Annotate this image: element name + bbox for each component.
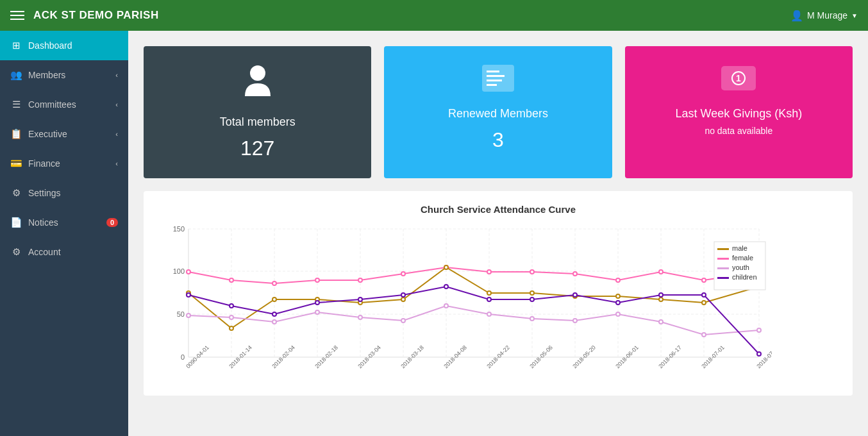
total-members-label: Total members [220,115,296,129]
app-title: ACK ST DEMO PARISH [33,9,159,22]
svg-point-82 [573,319,577,323]
total-members-value: 127 [240,137,274,160]
sidebar-label-executive: Executive [28,129,67,139]
svg-point-73 [187,314,190,317]
sidebar-item-committees[interactable]: ☰ Committees ‹ [0,90,128,119]
svg-point-76 [315,310,319,314]
svg-point-52 [487,270,491,274]
svg-point-60 [230,326,233,330]
svg-point-77 [358,315,362,319]
sidebar-item-settings[interactable]: ⚙ Settings [0,178,128,208]
money-icon: 1 [721,64,756,99]
user-menu[interactable]: 👤 M Murage ▼ [790,10,858,22]
svg-rect-102 [717,248,729,250]
svg-point-92 [401,293,405,297]
sidebar-item-account[interactable]: ⚙ Account [0,237,128,267]
card-givings: 1 Last Week Givings (Ksh) no data availa… [625,46,853,178]
svg-rect-3 [487,75,505,77]
svg-point-96 [573,293,577,297]
svg-text:0: 0 [181,353,185,361]
svg-point-86 [757,328,761,332]
sidebar-label-members: Members [28,70,65,80]
svg-point-88 [230,304,233,308]
sidebar-item-executive[interactable]: 📋 Executive ‹ [0,119,128,149]
finance-icon: 💳 [10,158,22,169]
svg-point-74 [230,315,233,319]
svg-point-48 [315,278,319,282]
givings-subtext: no data available [705,126,772,136]
chart-container: Church Service Attendance Curve [144,191,853,396]
svg-point-53 [530,270,534,274]
chart-wrap: 0 50 100 150 0090-04-01 2018-01-14 2018-… [156,222,840,389]
svg-point-45 [187,270,190,274]
svg-text:100: 100 [173,267,185,275]
svg-point-78 [401,319,405,323]
sidebar-item-members[interactable]: 👥 Members ‹ [0,60,128,90]
svg-rect-5 [487,84,497,86]
chevron-left-icon4: ‹ [115,160,118,167]
dashboard-icon: ⊞ [10,40,22,51]
account-icon: ⚙ [10,246,22,258]
svg-point-91 [358,298,362,301]
svg-point-64 [401,298,405,301]
svg-point-100 [757,352,761,356]
committees-icon: ☰ [10,99,22,110]
svg-point-47 [272,281,276,285]
sidebar-label-account: Account [28,247,61,257]
svg-point-75 [272,320,276,324]
svg-text:male: male [732,244,747,252]
sidebar-label-finance: Finance [28,158,60,169]
svg-point-84 [659,320,663,324]
sidebar-item-notices[interactable]: 📄 Notices 0 [0,208,128,237]
main-content: Total members 127 Renewed Members 3 [128,31,868,436]
chart-title: Church Service Attendance Curve [156,204,840,215]
givings-label: Last Week Givings (Ksh) [675,107,802,121]
svg-point-83 [616,312,620,316]
svg-point-70 [659,298,663,301]
svg-point-95 [530,298,534,301]
hamburger-menu[interactable] [10,11,24,20]
svg-point-85 [702,333,706,337]
svg-point-65 [444,265,448,269]
svg-text:50: 50 [177,310,185,318]
sidebar-item-dashboard[interactable]: ⊞ Dashboard [0,31,128,60]
svg-point-56 [659,270,663,274]
svg-rect-1 [483,65,513,91]
svg-point-46 [230,278,233,282]
attendance-chart: 0 50 100 150 0090-04-01 2018-01-14 2018-… [156,222,772,389]
top-navigation: ACK ST DEMO PARISH 👤 M Murage ▼ [0,0,868,31]
notices-badge: 0 [106,218,118,227]
svg-rect-104 [717,258,729,260]
svg-text:1: 1 [736,73,741,83]
settings-icon: ⚙ [10,187,22,199]
svg-point-67 [530,291,534,295]
chevron-left-icon2: ‹ [115,101,118,108]
user-name: M Murage [807,10,847,21]
sidebar-label-committees: Committees [28,99,76,110]
svg-rect-108 [717,277,729,279]
person-icon [242,64,274,108]
svg-point-98 [659,293,663,297]
stats-cards-row: Total members 127 Renewed Members 3 [144,46,853,178]
sidebar-label-dashboard: Dashboard [28,40,72,51]
svg-rect-4 [487,80,502,81]
svg-point-54 [573,272,577,276]
list-icon [481,64,515,99]
svg-text:female: female [732,254,753,262]
svg-text:youth: youth [732,264,749,271]
members-icon: 👥 [10,69,22,81]
svg-point-57 [702,278,706,282]
svg-point-71 [702,301,706,305]
svg-point-0 [250,65,265,81]
card-total-members: Total members 127 [144,46,371,178]
svg-point-93 [444,285,448,289]
svg-rect-2 [487,71,499,72]
svg-point-81 [530,317,534,321]
svg-point-49 [358,278,362,282]
svg-point-79 [444,304,448,308]
executive-icon: 📋 [10,128,22,140]
svg-point-69 [616,294,620,298]
sidebar-item-finance[interactable]: 💳 Finance ‹ [0,149,128,178]
sidebar-label-notices: Notices [28,217,58,228]
svg-point-90 [315,301,319,305]
